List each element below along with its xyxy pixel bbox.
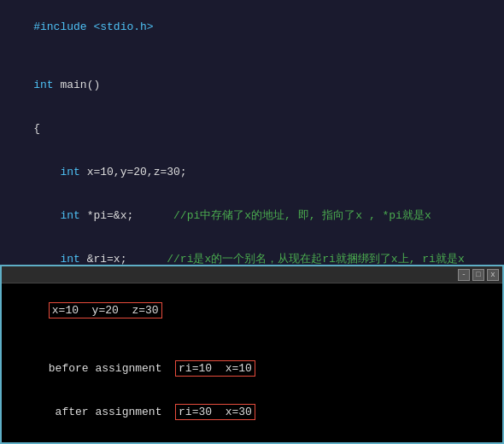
terminal-line: before assignment ri=10 x=10 — [9, 347, 495, 390]
maximize-button[interactable]: □ — [472, 269, 484, 281]
terminal-content: x=10 y=20 z=30 before assignment ri=10 x… — [2, 283, 502, 444]
code-line: int *pi=&x; //pi中存储了x的地址, 即, 指向了x , *pi就… — [7, 194, 497, 237]
code-editor: #include <stdio.h> int main() { int x=10… — [0, 0, 504, 265]
minimize-button[interactable]: - — [458, 269, 470, 281]
code-line: { — [7, 107, 497, 150]
code-line — [7, 49, 497, 63]
code-line: int &ri=x; //ri是x的一个别名，从现在起ri就捆绑到了x上, ri… — [7, 237, 497, 265]
code-line: int main() — [7, 63, 497, 107]
include-directive: #include <stdio.h> — [33, 20, 153, 33]
terminal-line — [9, 434, 495, 444]
keyword-int: int — [33, 79, 53, 91]
close-button[interactable]: x — [487, 269, 499, 281]
terminal-titlebar: - □ x — [2, 266, 502, 283]
terminal-window: - □ x x=10 y=20 z=30 before assignment r… — [0, 265, 504, 444]
terminal-line — [9, 332, 495, 347]
code-line: #include <stdio.h> — [7, 5, 497, 49]
output-highlight: ri=30 x=30 — [175, 404, 255, 420]
terminal-line: after assignment ri=30 x=30 — [9, 390, 495, 434]
code-line: int x=10,y=20,z=30; — [7, 150, 497, 194]
output-highlight: x=10 y=20 z=30 — [49, 302, 162, 318]
output-highlight: ri=10 x=10 — [175, 360, 255, 377]
terminal-line: x=10 y=20 z=30 — [9, 289, 495, 332]
